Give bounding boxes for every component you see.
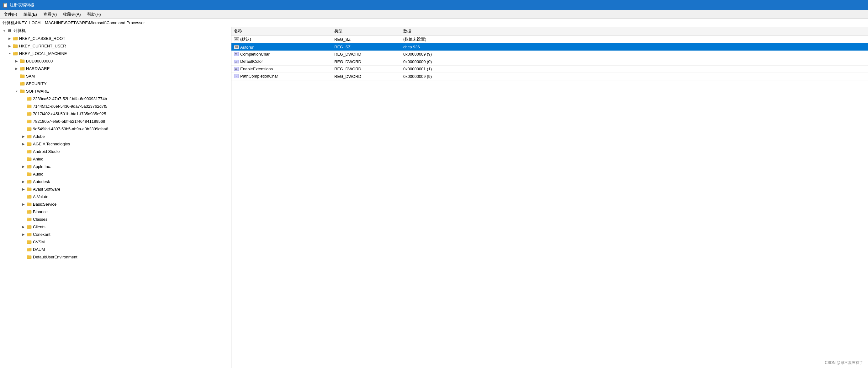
watermark: CSDN @尿不混没有了 xyxy=(825,360,863,366)
tree-item-classes[interactable]: Classes xyxy=(0,216,231,223)
tree-label-apple: Apple Inc. xyxy=(32,164,51,169)
folder-closed-icon xyxy=(26,111,32,116)
tree-item-hardware[interactable]: ▶HARDWARE xyxy=(0,65,231,72)
tree-item-guid5[interactable]: 9d549fcd-4307-59b5-ab9a-e0b2399cfaa6 xyxy=(0,125,231,133)
tree-item-apple[interactable]: ▶Apple Inc. xyxy=(0,163,231,170)
tree-item-guid2[interactable]: 71445fac-d6ef-5436-9da7-5a323762d7f5 xyxy=(0,102,231,110)
folder-closed-icon xyxy=(26,126,32,132)
tree-label-hkcu: HKEY_CURRENT_USER xyxy=(18,44,66,48)
folder-closed-icon xyxy=(20,58,25,64)
folder-open-icon xyxy=(20,88,25,94)
expand-btn[interactable]: ▶ xyxy=(7,35,12,41)
tree-item-anleo[interactable]: Anleo xyxy=(0,155,231,163)
collapse-btn[interactable]: ▾ xyxy=(1,28,7,34)
svg-rect-51 xyxy=(27,218,29,219)
folder-closed-icon xyxy=(26,186,32,192)
tree-item-hkcr[interactable]: ▶HKEY_CLASSES_ROOT xyxy=(0,34,231,42)
tree-item-guid3[interactable]: 7817f402-c45f-501b-bfa1-f735d985e925 xyxy=(0,110,231,117)
table-row-completionchar[interactable]: 01CompletionCharREG_DWORD0x00000009 (9) xyxy=(231,51,868,58)
tree-item-adobe[interactable]: ▶Adobe xyxy=(0,133,231,140)
tree-label-software: SOFTWARE xyxy=(25,89,49,93)
tree-item-daum[interactable]: DAUM xyxy=(0,246,231,253)
tree-item-avast[interactable]: ▶Avast Software xyxy=(0,185,231,193)
tree-item-hkcu[interactable]: ▶HKEY_CURRENT_USER xyxy=(0,42,231,50)
col-name[interactable]: 名称 xyxy=(231,27,332,35)
tree-item-computer[interactable]: ▾🖥计算机 xyxy=(0,27,231,34)
tree-label-binance: Binance xyxy=(32,209,48,214)
title-bar-text: 注册表编辑器 xyxy=(10,2,34,8)
tree-item-sam[interactable]: SAM xyxy=(0,72,231,80)
expand-btn[interactable]: ▶ xyxy=(14,58,20,64)
table-row-enableextensions[interactable]: 01EnableExtensionsREG_DWORD0x00000001 (1… xyxy=(231,65,868,73)
expand-btn[interactable]: ▶ xyxy=(21,201,26,207)
menu-item-文件f[interactable]: 文件(F) xyxy=(1,11,20,18)
svg-rect-25 xyxy=(27,120,29,120)
expand-btn[interactable]: ▶ xyxy=(21,141,26,147)
folder-open-icon xyxy=(12,51,18,56)
cell-name-pathcompletionchar: 01PathCompletionChar xyxy=(231,73,332,80)
svg-rect-29 xyxy=(27,135,29,136)
tree-item-security[interactable]: SECURITY xyxy=(0,80,231,87)
svg-rect-3 xyxy=(13,44,15,45)
expand-btn[interactable]: ▶ xyxy=(7,43,12,49)
right-panel: 名称 类型 数据 ab(默认)REG_SZ(数值未设置)abAutorunREG… xyxy=(231,27,868,368)
table-row-default[interactable]: ab(默认)REG_SZ(数值未设置) xyxy=(231,35,868,43)
tree-item-android[interactable]: Android Studio xyxy=(0,148,231,155)
expand-btn[interactable]: ▶ xyxy=(21,186,26,192)
title-bar: 📋 注册表编辑器 xyxy=(0,0,868,10)
folder-closed-icon xyxy=(20,73,25,79)
cell-type-autorun: REG_SZ xyxy=(332,43,401,51)
tree-item-guid1[interactable]: 2239ca62-47a7-52bf-bffa-6c900931774b xyxy=(0,95,231,102)
tree-label-basicservice: BasicService xyxy=(32,202,57,207)
tree-item-hklm[interactable]: ▾HKEY_LOCAL_MACHINE xyxy=(0,50,231,57)
tree-item-defaultuserenv[interactable]: DefaultUserEnvironment xyxy=(0,253,231,261)
tree-label-computer: 计算机 xyxy=(12,28,26,34)
tree-item-conexant[interactable]: ▶Conexant xyxy=(0,230,231,238)
tree-item-basicservice[interactable]: ▶BasicService xyxy=(0,200,231,208)
menu-item-编辑e[interactable]: 编辑(E) xyxy=(21,11,39,18)
cell-name-enableextensions: 01EnableExtensions xyxy=(231,65,332,73)
col-type[interactable]: 类型 xyxy=(332,27,401,35)
collapse-btn[interactable]: ▾ xyxy=(14,88,20,94)
tree-item-software[interactable]: ▾SOFTWARE xyxy=(0,87,231,95)
tree-item-avolute[interactable]: A-Volute xyxy=(0,193,231,200)
registry-table: 名称 类型 数据 ab(默认)REG_SZ(数值未设置)abAutorunREG… xyxy=(231,27,868,80)
tree-item-bcd[interactable]: ▶BCD00000000 xyxy=(0,57,231,65)
tree-label-hklm: HKEY_LOCAL_MACHINE xyxy=(18,51,67,56)
reg-name-text: EnableExtensions xyxy=(240,66,273,71)
collapse-btn[interactable]: ▾ xyxy=(7,51,12,56)
expand-btn[interactable]: ▶ xyxy=(14,66,20,71)
svg-rect-31 xyxy=(27,142,29,143)
tree-item-clients[interactable]: ▶Clients xyxy=(0,223,231,230)
svg-rect-14 xyxy=(20,82,22,83)
tree-item-guid4[interactable]: 78218057-efe0-5bff-b21f-f64841189568 xyxy=(0,117,231,125)
svg-rect-41 xyxy=(27,180,29,181)
tree-item-binance[interactable]: Binance xyxy=(0,208,231,216)
expand-btn[interactable]: ▶ xyxy=(21,231,26,237)
folder-closed-icon xyxy=(26,164,32,169)
cell-name-completionchar: 01CompletionChar xyxy=(231,51,332,58)
expand-btn[interactable]: ▶ xyxy=(21,134,26,139)
tree-item-cvsm[interactable]: CVSM xyxy=(0,238,231,246)
menu-item-帮助h[interactable]: 帮助(H) xyxy=(85,11,103,18)
expand-btn[interactable]: ▶ xyxy=(21,224,26,229)
svg-rect-37 xyxy=(27,165,29,166)
menu-item-收藏夹a[interactable]: 收藏夹(A) xyxy=(61,11,83,18)
expand-btn[interactable]: ▶ xyxy=(21,179,26,184)
tree-panel[interactable]: ▾🖥计算机▶HKEY_CLASSES_ROOT▶HKEY_CURRENT_USE… xyxy=(0,27,231,368)
folder-closed-icon xyxy=(26,224,32,229)
table-row-defaultcolor[interactable]: 01DefaultColorREG_DWORD0x00000000 (0) xyxy=(231,58,868,66)
table-row-autorun[interactable]: abAutorunREG_SZchcp 936 xyxy=(231,43,868,51)
cell-data-defaultcolor: 0x00000000 (0) xyxy=(401,58,868,66)
tree-item-ageia[interactable]: ▶AGEIA Technologies xyxy=(0,140,231,148)
expand-btn[interactable]: ▶ xyxy=(21,164,26,169)
tree-item-audio[interactable]: Audio xyxy=(0,170,231,178)
tree-label-bcd: BCD00000000 xyxy=(25,59,53,63)
menu-item-查看v[interactable]: 查看(V) xyxy=(41,11,59,18)
tree-label-guid4: 78218057-efe0-5bff-b21f-f64841189568 xyxy=(32,119,105,124)
col-data[interactable]: 数据 xyxy=(401,27,868,35)
tree-label-guid1: 2239ca62-47a7-52bf-bffa-6c900931774b xyxy=(32,96,107,101)
cell-name-autorun: abAutorun xyxy=(231,43,332,51)
table-row-pathcompletionchar[interactable]: 01PathCompletionCharREG_DWORD0x00000009 … xyxy=(231,73,868,80)
tree-item-autodesk[interactable]: ▶Autodesk xyxy=(0,178,231,185)
